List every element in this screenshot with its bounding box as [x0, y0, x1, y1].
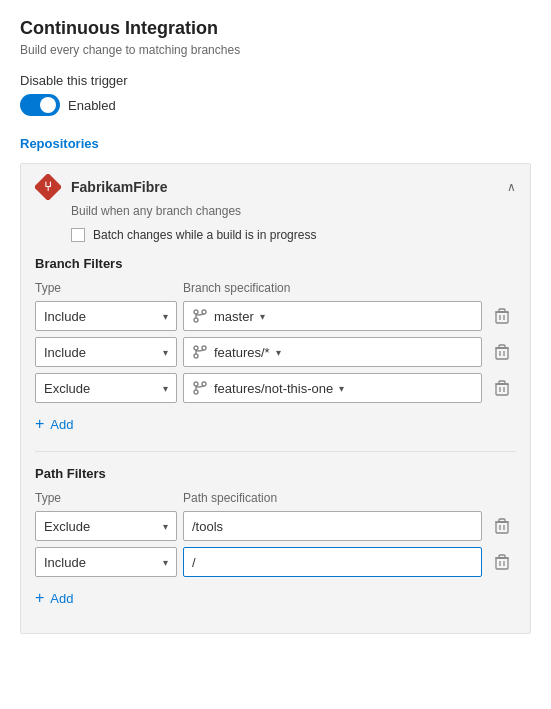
svg-point-12 [194, 354, 198, 358]
path-spec-text-0: /tools [192, 519, 223, 534]
path-type-arrow-1: ▾ [163, 557, 168, 568]
path-type-dropdown-1[interactable]: Include ▾ [35, 547, 177, 577]
branch-spec-field-1: features/* ▾ [183, 337, 482, 367]
branch-spec-text-1: features/* [214, 345, 270, 360]
path-type-dropdown-0[interactable]: Exclude ▾ [35, 511, 177, 541]
path-filters-title: Path Filters [35, 466, 516, 481]
branch-type-value-0: Include [44, 309, 86, 324]
page-subtitle: Build every change to matching branches [20, 43, 531, 57]
branch-spec-icon-1 [192, 344, 208, 360]
svg-rect-29 [496, 522, 508, 533]
svg-rect-33 [499, 519, 505, 522]
repo-section: ⑂ FabrikamFibre ∧ Build when any branch … [20, 163, 531, 634]
branch-spec-arrow-1: ▾ [276, 347, 281, 358]
branch-filters-title: Branch Filters [35, 256, 516, 271]
svg-rect-15 [496, 348, 508, 359]
repo-name: FabrikamFibre [71, 179, 497, 195]
branch-filter-row-1: Include ▾ features/* ▾ [35, 337, 516, 367]
branch-spec-arrow-2: ▾ [339, 383, 344, 394]
branch-type-dropdown-0[interactable]: Include ▾ [35, 301, 177, 331]
path-col-headers: Type Path specification [35, 491, 516, 505]
svg-point-13 [202, 346, 206, 350]
branch-add-button[interactable]: + Add [35, 411, 73, 437]
branch-type-value-2: Exclude [44, 381, 90, 396]
page-title: Continuous Integration [20, 18, 531, 39]
branch-filter-row-0: Include ▾ master ▾ [35, 301, 516, 331]
path-spec-input-1[interactable] [183, 547, 482, 577]
branch-spec-header: Branch specification [183, 281, 290, 295]
branch-type-value-1: Include [44, 345, 86, 360]
path-delete-btn-0[interactable] [488, 512, 516, 540]
svg-rect-28 [499, 381, 505, 384]
path-spec-header: Path specification [183, 491, 277, 505]
svg-rect-34 [496, 558, 508, 569]
svg-point-22 [202, 382, 206, 386]
disable-trigger-label: Disable this trigger [20, 73, 531, 88]
branch-type-arrow-0: ▾ [163, 311, 168, 322]
branch-type-dropdown-1[interactable]: Include ▾ [35, 337, 177, 367]
batch-label: Batch changes while a build is in progre… [93, 228, 316, 242]
path-add-icon: + [35, 589, 44, 607]
path-add-label: Add [50, 591, 73, 606]
path-type-header: Type [35, 491, 183, 505]
batch-checkbox[interactable] [71, 228, 85, 242]
branch-spec-icon-2 [192, 380, 208, 396]
batch-checkbox-row: Batch changes while a build is in progre… [71, 228, 516, 242]
svg-rect-38 [499, 555, 505, 558]
svg-rect-24 [496, 384, 508, 395]
path-filter-row-1: Include ▾ [35, 547, 516, 577]
svg-rect-6 [496, 312, 508, 323]
path-type-value-1: Include [44, 555, 86, 570]
branch-add-icon: + [35, 415, 44, 433]
path-filters-section: Path Filters Type Path specification Exc… [35, 466, 516, 611]
branch-type-header: Type [35, 281, 183, 295]
path-spec-field-0: /tools [183, 511, 482, 541]
branch-filter-row-2: Exclude ▾ features/not-this-one ▾ [35, 373, 516, 403]
toggle-status-label: Enabled [68, 98, 116, 113]
svg-point-2 [194, 310, 198, 314]
repo-icon: ⑂ [35, 174, 61, 200]
branch-type-arrow-2: ▾ [163, 383, 168, 394]
branch-add-label: Add [50, 417, 73, 432]
svg-point-20 [194, 382, 198, 386]
branch-spec-field-2: features/not-this-one ▾ [183, 373, 482, 403]
branch-type-arrow-1: ▾ [163, 347, 168, 358]
enabled-toggle[interactable] [20, 94, 60, 116]
repo-collapse-icon[interactable]: ∧ [507, 180, 516, 194]
branch-spec-text-0: master [214, 309, 254, 324]
branch-col-headers: Type Branch specification [35, 281, 516, 295]
branch-spec-icon-0 [192, 308, 208, 324]
branch-delete-btn-2[interactable] [488, 374, 516, 402]
branch-spec-arrow-0: ▾ [260, 311, 265, 322]
repo-description: Build when any branch changes [71, 204, 516, 218]
divider [35, 451, 516, 452]
svg-point-21 [194, 390, 198, 394]
path-add-button[interactable]: + Add [35, 585, 73, 611]
svg-point-3 [194, 318, 198, 322]
path-type-arrow-0: ▾ [163, 521, 168, 532]
repo-header: ⑂ FabrikamFibre ∧ [35, 174, 516, 200]
svg-point-4 [202, 310, 206, 314]
svg-text:⑂: ⑂ [44, 179, 52, 194]
svg-rect-19 [499, 345, 505, 348]
branch-spec-text-2: features/not-this-one [214, 381, 333, 396]
svg-point-11 [194, 346, 198, 350]
svg-rect-10 [499, 309, 505, 312]
branch-delete-btn-1[interactable] [488, 338, 516, 366]
branch-type-dropdown-2[interactable]: Exclude ▾ [35, 373, 177, 403]
branch-delete-btn-0[interactable] [488, 302, 516, 330]
branch-spec-field-0: master ▾ [183, 301, 482, 331]
repositories-section-title: Repositories [20, 136, 531, 151]
repo-card: ⑂ FabrikamFibre ∧ Build when any branch … [20, 163, 531, 634]
path-filter-row-0: Exclude ▾ /tools [35, 511, 516, 541]
path-type-value-0: Exclude [44, 519, 90, 534]
path-delete-btn-1[interactable] [488, 548, 516, 576]
